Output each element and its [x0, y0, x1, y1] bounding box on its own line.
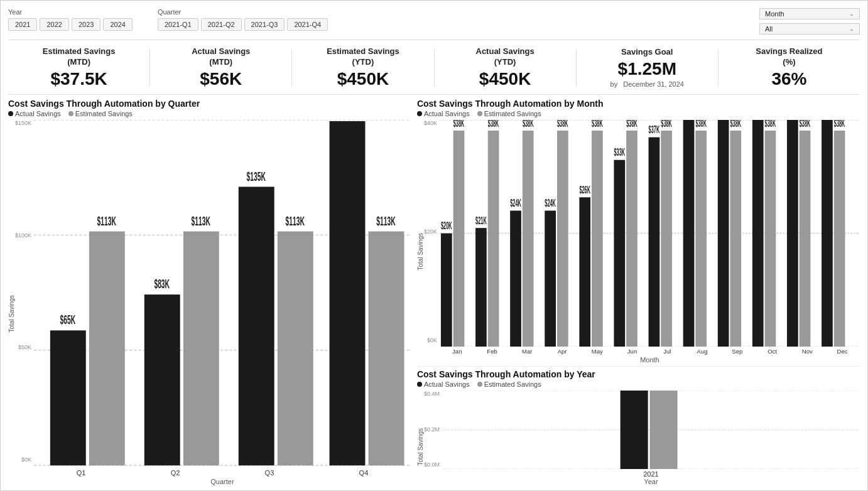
monthly-legend-estimated: Estimated Savings [477, 110, 541, 117]
kpi-actual-mtd-title: Actual Savings(MTD) [150, 46, 291, 68]
year-label: Year [8, 8, 133, 16]
kpi-actual-ytd: Actual Savings(YTD) $450K [435, 46, 576, 89]
svg-text:$33K: $33K [614, 147, 625, 158]
kpi-savings-goal-sub: by December 31, 2024 [577, 80, 718, 88]
kpi-estimated-ytd-title: Estimated Savings(YTD) [292, 46, 433, 68]
yearly-estimated-label: Estimated Savings [484, 380, 541, 388]
monthly-chart-legend: Actual Savings Estimated Savings [417, 110, 860, 117]
yearly-chart-svg: $450K $450K [442, 391, 860, 469]
yearly-y-04: $0.4M [424, 391, 440, 397]
month-top-dropdown[interactable]: Month ⌄ [759, 8, 860, 19]
month-bottom-chevron: ⌄ [849, 26, 854, 32]
quarter-q1-btn[interactable]: 2021-Q1 [158, 18, 198, 31]
yearly-actual-label: Actual Savings [424, 380, 470, 388]
year-2022-btn[interactable]: 2022 [40, 18, 68, 31]
quarterly-svg-container: $65K $113K $83K $113K $1 [34, 120, 411, 467]
year-2021-btn[interactable]: 2021 [8, 18, 37, 31]
svg-text:$26K: $26K [579, 185, 590, 196]
quarterly-actual-dot [8, 111, 13, 116]
kpi-savings-realized-title: Savings Realized(%) [719, 46, 860, 68]
svg-text:$38K: $38K [626, 120, 637, 129]
oct-estimated [764, 131, 776, 347]
feb-xlabel: Feb [475, 348, 510, 355]
nov-actual [787, 120, 798, 347]
q2-estimated-bar [183, 231, 219, 465]
svg-text:$113K: $113K [192, 214, 211, 227]
may-xlabel: May [580, 348, 615, 355]
quarter-q4-btn[interactable]: 2021-Q4 [287, 18, 328, 31]
quarterly-legend-estimated: Estimated Savings [68, 110, 133, 117]
yearly-estimated-dot [477, 382, 482, 387]
yearly-legend-estimated: Estimated Savings [477, 380, 541, 388]
monthly-chart-inner: $20K $38K $21K $38K $24K [440, 120, 860, 364]
q1-estimated-bar [89, 231, 125, 465]
svg-text:$38K: $38K [730, 120, 741, 129]
yearly-y-02: $0.2M [424, 426, 440, 433]
dashboard: Year 2021 2022 2023 2024 Quarter 2021-Q1… [0, 0, 868, 491]
yearly-y-axis-label: Total Savings [417, 411, 424, 465]
nov-estimated [800, 131, 811, 347]
jun-actual [614, 160, 625, 347]
kpi-savings-realized: Savings Realized(%) 36% [719, 46, 860, 89]
quarterly-chart-legend: Actual Savings Estimated Savings [8, 110, 411, 117]
sep-xlabel: Sep [720, 348, 755, 355]
monthly-estimated-dot [477, 111, 482, 116]
jun-estimated [626, 131, 637, 347]
month-filter-group: Month ⌄ All ⌄ [759, 8, 860, 35]
kpi-savings-goal-title: Savings Goal [577, 47, 718, 58]
aug-xlabel: Aug [685, 348, 720, 355]
quarterly-y-50: $50K [18, 344, 31, 350]
yearly-actual-dot [417, 382, 422, 387]
kpi-savings-goal-value: $1.25M [577, 59, 718, 79]
kpi-estimated-ytd-value: $450K [292, 69, 433, 89]
kpi-actual-mtd-value: $56K [150, 69, 291, 89]
charts-area: Cost Savings Through Automation by Quart… [8, 95, 860, 485]
quarter-buttons: 2021-Q1 2021-Q2 2021-Q3 2021-Q4 [158, 18, 328, 31]
monthly-y-axis-label: Total Savings [417, 213, 424, 270]
q2-actual-bar [144, 294, 180, 465]
quarter-q2-btn[interactable]: 2021-Q2 [201, 18, 242, 31]
svg-text:$21K: $21K [475, 215, 487, 226]
month-bottom-dropdown[interactable]: All ⌄ [759, 23, 860, 35]
apr-estimated [557, 131, 568, 347]
dec-estimated [834, 131, 845, 347]
aug-actual [683, 120, 695, 347]
svg-text:$38K: $38K [661, 120, 672, 129]
q1-actual-bar [50, 330, 86, 465]
quarterly-y-100: $100K [15, 232, 31, 239]
q3-label: Q3 [222, 469, 317, 477]
quarterly-x-axis-title: Quarter [34, 478, 411, 485]
q4-estimated-bar [369, 231, 404, 465]
svg-text:$38K: $38K [800, 120, 811, 129]
2021-estimated-bar [649, 391, 677, 469]
oct-xlabel: Oct [755, 348, 790, 355]
q3-actual-bar [239, 186, 274, 465]
2021-actual-bar [621, 391, 648, 469]
kpi-savings-realized-value: 36% [719, 69, 860, 89]
jul-actual [648, 137, 659, 347]
year-2023-btn[interactable]: 2023 [72, 18, 100, 31]
yearly-chart-legend: Actual Savings Estimated Savings [417, 380, 860, 388]
monthly-chart-svg: $20K $38K $21K $38K $24K [440, 120, 860, 347]
kpi-actual-ytd-value: $450K [435, 69, 576, 89]
monthly-chart-section: Cost Savings Through Automation by Month… [417, 99, 860, 364]
mar-actual [510, 210, 521, 347]
svg-text:$38K: $38K [695, 120, 707, 129]
svg-text:$38K: $38K [834, 120, 845, 129]
yearly-y-0: $0.0M [424, 461, 440, 468]
q4-label: Q4 [317, 469, 411, 477]
svg-text:$38K: $38K [523, 120, 534, 129]
svg-text:$113K: $113K [376, 214, 396, 227]
aug-estimated [695, 131, 707, 347]
quarter-label: Quarter [158, 8, 328, 16]
kpi-estimated-mtd-value: $37.5K [8, 69, 149, 89]
svg-text:$113K: $113K [97, 214, 117, 227]
year-2024-btn[interactable]: 2024 [103, 18, 132, 31]
monthly-actual-label: Actual Savings [424, 110, 470, 117]
quarter-q3-btn[interactable]: 2021-Q3 [244, 18, 285, 31]
monthly-y-20: $20K [424, 229, 437, 235]
quarterly-x-labels: Q1 Q2 Q3 Q4 [34, 468, 411, 478]
sep-actual [718, 120, 729, 347]
svg-text:$113K: $113K [286, 214, 305, 227]
year-buttons: 2021 2022 2023 2024 [8, 18, 133, 31]
